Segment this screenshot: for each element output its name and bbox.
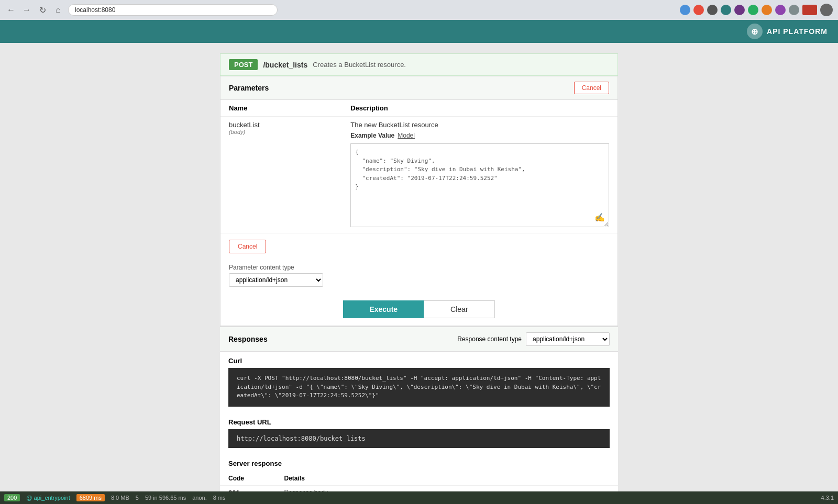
parameters-header: Parameters Cancel xyxy=(220,76,618,100)
parameters-section: Parameters Cancel Name Description bucke… xyxy=(220,76,618,326)
request-url-box: http://localhost:8080/bucket_lists xyxy=(228,429,610,449)
cancel-button-body[interactable]: Cancel xyxy=(229,240,266,253)
edit-icon[interactable]: ✍ xyxy=(594,212,605,222)
param-name: bucketList xyxy=(229,121,334,129)
responses-section: Responses Response content type applicat… xyxy=(220,326,618,504)
status-user: anon. xyxy=(192,495,207,501)
browser-icon-2 xyxy=(693,5,704,15)
code-editor[interactable]: { "name": "Sky Diving", "description": "… xyxy=(350,143,609,227)
parameters-table: Name Description bucketList (body) The n… xyxy=(220,100,618,233)
table-row: bucketList (body) The new BucketList res… xyxy=(220,117,618,233)
action-row: Cancel xyxy=(220,233,618,260)
forward-button[interactable]: → xyxy=(21,4,32,16)
endpoint-header: POST /bucket_lists Creates a BucketList … xyxy=(220,53,618,76)
desc-col-header: Description xyxy=(342,100,618,117)
example-value-tab[interactable]: Example Value xyxy=(350,132,394,139)
user-avatar xyxy=(820,4,833,16)
endpoint-description: Creates a BucketList resource. xyxy=(313,61,406,69)
brand-icon: ⊕ xyxy=(747,24,763,39)
status-code: 200 xyxy=(4,494,20,501)
browser-icon-7 xyxy=(762,5,772,15)
browser-icon-6 xyxy=(748,5,758,15)
server-response-label: Server response xyxy=(220,454,618,472)
browser-icon-10 xyxy=(802,5,817,15)
status-memory: 8.0 MB xyxy=(111,495,129,501)
clear-button[interactable]: Clear xyxy=(424,300,494,318)
response-content-type-label: Response content type xyxy=(457,335,522,343)
browser-icon-4 xyxy=(721,5,731,15)
curl-label: Curl xyxy=(220,352,618,368)
home-button[interactable]: ⌂ xyxy=(52,4,64,16)
param-description: The new BucketList resource xyxy=(350,121,609,129)
url-bar[interactable] xyxy=(68,4,278,16)
param-body: (body) xyxy=(229,129,334,135)
example-tabs: Example Value Model xyxy=(350,132,609,139)
endpoint-path: /bucket_lists xyxy=(263,61,307,69)
brand-label: API PLATFORM xyxy=(767,27,828,36)
curl-value: curl -X POST "http://localhost:8080/buck… xyxy=(237,375,601,399)
browser-icon-8 xyxy=(775,5,786,15)
responses-title: Responses xyxy=(228,335,268,343)
name-col-header: Name xyxy=(220,100,342,117)
browser-chrome: ← → ↻ ⌂ xyxy=(0,0,838,20)
browser-icon-1 xyxy=(680,5,690,15)
api-container: POST /bucket_lists Creates a BucketList … xyxy=(220,53,618,504)
request-url-value: http://localhost:8080/bucket_lists xyxy=(237,435,366,442)
method-badge: POST xyxy=(229,59,258,70)
request-url-label: Request URL xyxy=(220,413,618,429)
browser-icon-3 xyxy=(707,5,718,15)
status-version: 4.3.1 xyxy=(821,495,834,501)
api-header: ⊕ API PLATFORM xyxy=(0,20,838,43)
response-content-type-select[interactable]: application/ld+json application/json xyxy=(526,332,610,346)
param-name-cell: bucketList (body) xyxy=(220,117,342,233)
browser-icons xyxy=(680,4,833,16)
parameters-title: Parameters xyxy=(229,84,269,92)
status-network: 59 in 596.65 ms xyxy=(145,495,186,501)
status-requests: 8 ms xyxy=(213,495,226,501)
browser-icon-9 xyxy=(789,5,799,15)
curl-box: curl -X POST "http://localhost:8080/buck… xyxy=(228,368,610,407)
cancel-button-top[interactable]: Cancel xyxy=(574,82,609,94)
content-type-row: Parameter content type application/ld+js… xyxy=(220,260,618,293)
responses-header: Responses Response content type applicat… xyxy=(220,327,618,352)
param-desc-cell: The new BucketList resource Example Valu… xyxy=(342,117,618,233)
back-button[interactable]: ← xyxy=(5,4,17,16)
status-count: 5 xyxy=(136,495,139,501)
model-tab[interactable]: Model xyxy=(398,132,415,139)
status-bar: 200 @ api_entrypoint 6809 ms 8.0 MB 5 59… xyxy=(0,491,838,504)
execute-row: Execute Clear xyxy=(220,293,618,326)
execute-button[interactable]: Execute xyxy=(343,300,424,318)
response-content-type-row: Response content type application/ld+jso… xyxy=(457,332,610,346)
main-content: POST /bucket_lists Creates a BucketList … xyxy=(0,43,838,504)
brand: ⊕ API PLATFORM xyxy=(747,24,828,39)
status-time: 6809 ms xyxy=(76,494,105,501)
content-type-select[interactable]: application/ld+json application/json tex… xyxy=(229,273,323,287)
content-type-label: Parameter content type xyxy=(229,264,609,271)
api-entrypoint: @ api_entrypoint xyxy=(26,495,70,501)
details-col-header: Details xyxy=(275,472,618,486)
code-col-header: Code xyxy=(220,472,275,486)
reload-button[interactable]: ↻ xyxy=(37,4,48,16)
browser-icon-5 xyxy=(734,5,745,15)
